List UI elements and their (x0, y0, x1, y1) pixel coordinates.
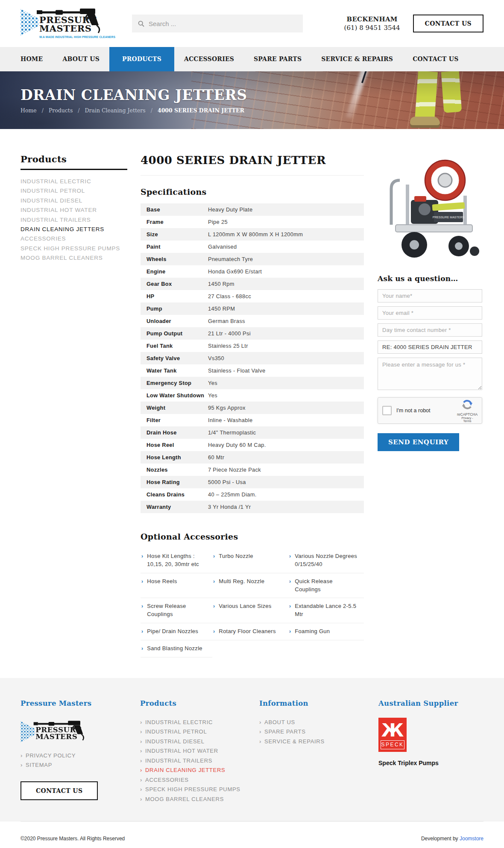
recaptcha-privacy-terms[interactable]: Privacy - Terms (457, 417, 478, 423)
spec-value: Heavy Duty 60 M Cap. (208, 439, 364, 451)
accessory-item-various-nozzle-degrees-0-15-25-40[interactable]: ›Various Nozzle Degrees 0/15/25/40 (288, 548, 364, 573)
spec-label: Filter (141, 414, 208, 426)
speck-logo[interactable]: Ж SPECK (378, 718, 407, 752)
spec-value: 1450 RPM (208, 302, 364, 315)
footer-contact-us-button[interactable]: CONTACT US (21, 781, 98, 800)
spec-row-size: SizeL 1200mm X W 800mm X H 1200mm (141, 228, 364, 241)
chevron-right-icon: › (289, 578, 291, 585)
footer-link-industrial-electric[interactable]: ›INDUSTRIAL ELECTRIC (140, 718, 259, 728)
bottom-bar-inner: ©2020 Pressure Masters. All Rights Reser… (21, 822, 483, 848)
footer-logo[interactable]: PRESSURE MASTERS (21, 718, 85, 742)
spec-label: Cleans Drains (141, 488, 208, 501)
accessory-item-rotary-floor-cleaners[interactable]: ›Rotary Floor Cleaners (212, 623, 288, 640)
footer-link-label: SPECK HIGH PRESSURE PUMPS (145, 786, 240, 792)
footer-link-label: INDUSTRIAL DIESEL (145, 738, 205, 745)
spec-row-gear-box: Gear Box1450 Rpm (141, 278, 364, 290)
contact-number-field[interactable] (378, 323, 482, 337)
breadcrumb-item-drain-cleaning-jetters[interactable]: Drain Cleaning Jetters (85, 107, 146, 114)
recaptcha-icon (462, 399, 473, 410)
spec-label: Drain Hose (141, 426, 208, 439)
nav-item-contact-us[interactable]: CONTACT US (403, 47, 468, 71)
spec-value: Vs350 (208, 352, 364, 364)
spec-row-frame: FramePipe 25 (141, 216, 364, 228)
spec-label: Nozzles (141, 464, 208, 476)
footer-link-industrial-trailers[interactable]: ›INDUSTRIAL TRAILERS (140, 756, 259, 766)
accessory-label: Various Lance Sizes (219, 602, 271, 610)
spec-label: Weight (141, 402, 208, 414)
spec-row-hp: HP27 Class - 688cc (141, 290, 364, 302)
location-label: BECKENHAM (344, 15, 400, 23)
breadcrumb-item-home[interactable]: Home (21, 107, 37, 114)
speck-wordmark: SPECK (381, 740, 404, 749)
message-field[interactable] (378, 358, 482, 390)
accessory-item-screw-release-couplings[interactable]: ›Screw Release Couplings (141, 598, 212, 623)
nav-item-spare-parts[interactable]: SPARE PARTS (244, 47, 311, 71)
nav-item-home[interactable]: HOME (21, 47, 53, 71)
joomstore-link[interactable]: Joomstore (460, 836, 483, 842)
phone-number[interactable]: (61) 8 9451 3544 (344, 24, 400, 32)
name-field[interactable] (378, 289, 482, 302)
search-bar[interactable] (132, 15, 303, 32)
header-contact-us-button[interactable]: CONTACT US (413, 15, 483, 32)
breadcrumb-item-products[interactable]: Products (49, 107, 73, 114)
footer-link-drain-cleaning-jetters[interactable]: ›DRAIN CLEANING JETTERS (140, 766, 259, 775)
accessory-item-multi-reg-nozzle[interactable]: ›Multi Reg. Nozzle (212, 573, 288, 599)
footer-link-sitemap[interactable]: ›SITEMAP (21, 760, 140, 770)
footer-link-privacy-policy[interactable]: ›PRIVACY POLICY (21, 751, 140, 761)
footer-information-column: Information ›ABOUT US›SPARE PARTS›SERVIC… (259, 699, 378, 804)
recaptcha-checkbox[interactable] (382, 406, 392, 415)
spec-row-water-tank: Water TankStainless - Float Valve (141, 364, 364, 377)
footer-link-speck-high-pressure-pumps[interactable]: ›SPECK HIGH PRESSURE PUMPS (140, 785, 259, 795)
bottom-bar: ©2020 Pressure Masters. All Rights Reser… (0, 822, 504, 848)
spec-label: Wheels (141, 253, 208, 265)
spec-label: Water Tank (141, 364, 208, 377)
specifications-title: Specifications (141, 187, 364, 197)
nav-item-service-repairs[interactable]: SERVICE & REPAIRS (311, 47, 403, 71)
sidebar-item-industrial-electric[interactable]: INDUSTRIAL ELECTRIC (21, 177, 127, 186)
spec-label: Gear Box (141, 278, 208, 290)
chevron-right-icon: › (213, 628, 215, 635)
footer-link-industrial-hot-water[interactable]: ›INDUSTRIAL HOT WATER (140, 746, 259, 756)
footer-link-about-us[interactable]: ›ABOUT US (259, 718, 378, 728)
site-logo[interactable]: PRESSURE MASTERS W.A MADE INDUSTRIAL HIG… (21, 5, 120, 42)
footer-link-spare-parts[interactable]: ›SPARE PARTS (259, 727, 378, 737)
nav-item-about-us[interactable]: ABOUT US (53, 47, 109, 71)
accessory-item-hose-kit-lengths-10-15-20-30mtr-etc[interactable]: ›Hose Kit Lengths : 10,15, 20, 30mtr etc (141, 548, 212, 573)
sidebar-item-industrial-hot-water[interactable]: INDUSTRIAL HOT WATER (21, 205, 127, 215)
page: PRESSURE MASTERS W.A MADE INDUSTRIAL HIG… (0, 0, 504, 848)
nav-item-accessories[interactable]: ACCESSORIES (174, 47, 244, 71)
sidebar-item-drain-cleaning-jetters[interactable]: DRAIN CLEANING JETTERS (21, 225, 127, 234)
sidebar-item-speck-high-pressure-pumps[interactable]: SPECK HIGH PRESSURE PUMPS (21, 244, 127, 253)
logo-text: PRESSURE MASTERS (35, 727, 82, 740)
sidebar-item-industrial-trailers[interactable]: INDUSTRIAL TRAILERS (21, 215, 127, 225)
accessory-item-extandable-lance-2-5-5-mtr[interactable]: ›Extandable Lance 2-5.5 Mtr (288, 598, 364, 623)
specifications-table: BaseHeavy Duty PlateFramePipe 25SizeL 12… (141, 203, 364, 513)
footer-link-label: INDUSTRIAL TRAILERS (145, 757, 212, 764)
sidebar-item-moog-barrel-cleaners[interactable]: MOOG BARREL CLEANERS (21, 253, 127, 263)
main-nav: HOMEABOUT USPRODUCTSACCESSORIESSPARE PAR… (21, 47, 483, 71)
send-enquiry-button[interactable]: SEND ENQUIRY (378, 433, 459, 451)
accessory-item-quick-release-couplings[interactable]: ›Quick Release Couplings (288, 573, 364, 599)
nav-item-products[interactable]: PRODUCTS (109, 47, 174, 71)
footer-link-accessories[interactable]: ›ACCESSORIES (140, 775, 259, 785)
search-input[interactable] (149, 20, 297, 27)
subject-field[interactable] (378, 340, 482, 354)
footer-link-moog-barrel-cleaners[interactable]: ›MOOG BARREL CLEANERS (140, 795, 259, 804)
accessory-item-turbo-nozzle[interactable]: ›Turbo Nozzle (212, 548, 288, 573)
accessory-item-hose-reels[interactable]: ›Hose Reels (141, 573, 212, 599)
accessory-item-various-lance-sizes[interactable]: ›Various Lance Sizes (212, 598, 288, 623)
chevron-right-icon: › (141, 578, 143, 585)
sidebar-item-industrial-diesel[interactable]: INDUSTRIAL DIESEL (21, 196, 127, 205)
footer-link-industrial-petrol[interactable]: ›INDUSTRIAL PETROL (140, 727, 259, 737)
sidebar-item-industrial-petrol[interactable]: INDUSTRIAL PETROL (21, 186, 127, 196)
sidebar-item-accessories[interactable]: ACCESSORIES (21, 234, 127, 244)
accessory-item-pipe-drain-nozzles[interactable]: ›Pipe/ Drain Nozzles (141, 623, 212, 640)
footer-link-service-repairs[interactable]: ›SERVICE & REPAIRS (259, 737, 378, 747)
footer-link-label: INDUSTRIAL HOT WATER (145, 748, 218, 754)
accessory-item-foaming-gun[interactable]: ›Foaming Gun (288, 623, 364, 640)
accessory-item-sand-blasting-nozzle[interactable]: ›Sand Blasting Nozzle (141, 640, 212, 657)
spec-row-drain-hose: Drain Hose1/4" Thermoplastic (141, 426, 364, 439)
footer-link-industrial-diesel[interactable]: ›INDUSTRIAL DIESEL (140, 737, 259, 747)
footer-link-label: SPARE PARTS (264, 728, 306, 735)
email-field[interactable] (378, 306, 482, 320)
